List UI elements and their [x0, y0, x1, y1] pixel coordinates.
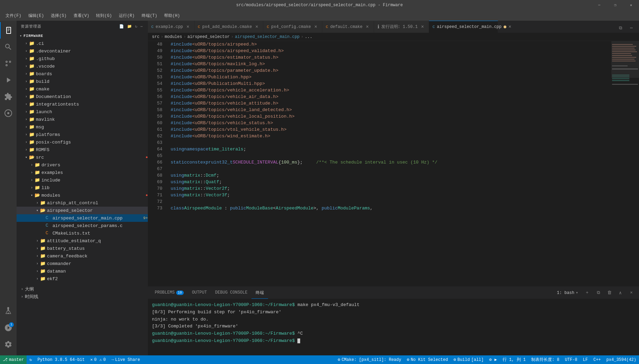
menu-view[interactable]: 查看(V) — [71, 11, 92, 20]
sidebar-item-modules[interactable]: ▾ 📂 modules ● — [17, 191, 148, 199]
sidebar-item-airspeed-selector-params[interactable]: › C airspeed_selector_params.c — [17, 222, 148, 229]
status-no-kit[interactable]: ⚙ No Kit Selected — [404, 355, 451, 364]
sidebar-item-msg[interactable]: › 📁 msg — [17, 123, 148, 131]
sidebar-item-src[interactable]: ▾ 📂 src ● — [17, 154, 148, 161]
tab-close-button[interactable]: × — [420, 24, 425, 30]
tab-debug-console[interactable]: DEBUG CONSOLE — [211, 287, 252, 299]
more-actions-button[interactable]: ⋯ — [627, 23, 636, 33]
refresh-icon[interactable]: ↻ — [134, 23, 139, 29]
settings-icon[interactable]: ⚙ — [489, 357, 492, 362]
tab-px4-add-module[interactable]: C px4_add_module.cmake × — [194, 21, 264, 33]
sidebar-item-lib[interactable]: › 📁 lib — [17, 184, 148, 191]
breadcrumb-airspeed-selector[interactable]: airspeed_selector — [187, 35, 229, 39]
tab-close-button[interactable]: × — [254, 24, 259, 30]
status-branch[interactable]: ⎇ master — [0, 355, 27, 364]
sidebar-item-vscode[interactable]: › 📁 .vscode — [17, 62, 148, 70]
terminal-content[interactable]: guanbin@guanbin-Lenovo-Legion-Y7000P-106… — [148, 299, 639, 355]
status-language[interactable]: C++ — [591, 355, 604, 364]
split-editor-button[interactable]: ⧉ — [616, 23, 625, 33]
sidebar-item-platforms[interactable]: › 📁 platforms — [17, 131, 148, 138]
menu-terminal[interactable]: 终端(T) — [139, 11, 160, 20]
tab-px4-config-cmake[interactable]: C px4_config.cmake × — [263, 21, 322, 33]
sidebar-item-timeline[interactable]: › 时间线 — [17, 293, 148, 301]
status-build[interactable]: ⚙ Build [all] — [451, 355, 486, 364]
status-row-col[interactable]: 行 1, 列 1 — [500, 355, 528, 364]
tab-example-cpp[interactable]: C example.cpp × — [148, 21, 194, 33]
tab-airspeed-selector-main[interactable]: C airspeed_selector_main.cpp × — [429, 21, 498, 33]
status-liveshare[interactable]: → Live Share — [108, 355, 143, 364]
tab-release-notes[interactable]: ℹ 发行说明: 1.50.1 × — [374, 21, 429, 33]
tab-close-button[interactable]: × — [185, 24, 191, 30]
play-icon[interactable]: ▶ — [494, 357, 497, 362]
split-terminal-button[interactable]: ⧉ — [593, 288, 603, 298]
status-line-ending[interactable]: LF — [580, 355, 591, 364]
sidebar-item-cmake[interactable]: › 📁 cmake — [17, 85, 148, 93]
kill-terminal-button[interactable]: 🗑 — [604, 288, 614, 298]
sidebar-item-ci[interactable]: › 📁 .ci — [17, 40, 148, 47]
menu-file[interactable]: 文件(F) — [3, 11, 24, 20]
activity-source-control[interactable] — [0, 55, 17, 72]
sidebar-root-firmware[interactable]: ▾ FIRMWARE — [17, 32, 148, 40]
sidebar-item-romfs[interactable]: › 📁 ROMFS — [17, 146, 148, 154]
breadcrumb-file[interactable]: airspeed_selector_main.cpp — [235, 35, 299, 39]
tab-problems[interactable]: PROBLEMS 10 — [151, 287, 188, 299]
sidebar-item-launch[interactable]: › 📁 launch — [17, 108, 148, 116]
activity-accounts[interactable]: 1 — [0, 319, 17, 336]
status-encoding[interactable]: UTF-8 — [562, 355, 580, 364]
sidebar-item-integrationtests[interactable]: › 📁 integrationtests — [17, 100, 148, 108]
close-button[interactable]: ✕ — [623, 0, 639, 10]
sidebar-item-devcontainer[interactable]: › 📁 .devcontainer — [17, 47, 148, 55]
menu-run[interactable]: 运行(R) — [116, 11, 137, 20]
new-folder-icon[interactable]: 📁 — [126, 23, 133, 29]
sidebar-item-github[interactable]: › 📁 .github — [17, 55, 148, 62]
tab-default-cmake[interactable]: C default.cmake × — [322, 21, 374, 33]
activity-explorer[interactable] — [0, 22, 17, 39]
maximize-panel-button[interactable]: ∧ — [616, 288, 625, 298]
add-terminal-button[interactable]: + — [582, 288, 592, 298]
menu-select[interactable]: 选择(S) — [48, 11, 69, 20]
sidebar-item-mavlink[interactable]: › 📁 mavlink — [17, 116, 148, 123]
sidebar-item-include[interactable]: › 📁 include — [17, 176, 148, 184]
activity-settings[interactable] — [0, 336, 17, 353]
sidebar-item-ekf2[interactable]: › 📁 ekf2 — [17, 275, 148, 283]
sidebar-item-airspeed-selector-main[interactable]: › C airspeed_selector_main.cpp 9+ — [17, 214, 148, 222]
sidebar-item-cmakelists[interactable]: › C CMakeLists.txt — [17, 229, 148, 237]
collapse-icon[interactable]: ⋯ — [140, 23, 144, 29]
activity-test[interactable] — [0, 303, 17, 319]
close-panel-button[interactable]: × — [627, 288, 636, 298]
status-cmake[interactable]: ⚙ CMake: [px4_sitl]: Ready — [335, 355, 404, 364]
minimize-button[interactable]: ─ — [591, 0, 607, 10]
activity-run-debug[interactable] — [0, 72, 17, 88]
menu-help[interactable]: 帮助(H) — [161, 11, 183, 20]
sidebar-item-examples[interactable]: › 📁 examples — [17, 169, 148, 176]
menu-edit[interactable]: 编辑(E) — [26, 11, 47, 20]
sidebar-item-posix-configs[interactable]: › 📁 posix-configs — [17, 138, 148, 146]
breadcrumb-modules[interactable]: modules — [165, 35, 182, 39]
new-file-icon[interactable]: 📄 — [118, 23, 125, 29]
restore-button[interactable]: ❐ — [607, 0, 623, 10]
status-position[interactable]: px4_3594(42) — [604, 355, 639, 364]
tab-close-button[interactable]: × — [313, 24, 318, 30]
activity-extensions[interactable] — [0, 88, 17, 105]
sidebar-item-drivers[interactable]: › 📁 drivers — [17, 161, 148, 169]
tab-close-button[interactable]: × — [365, 24, 370, 30]
sidebar-item-outline[interactable]: › 大纲 — [17, 285, 148, 293]
sidebar-item-airship-att-control[interactable]: › 📁 airship_att_control — [17, 199, 148, 207]
activity-search[interactable] — [0, 39, 17, 55]
status-python[interactable]: Python 3.8.5 64-bit — [35, 355, 87, 364]
menu-goto[interactable]: 转到(G) — [93, 11, 115, 20]
code-content[interactable]: #include <uORB/topics/airspeed.h> #inclu… — [165, 41, 611, 286]
status-sync[interactable]: ↻ — [27, 355, 35, 364]
activity-remote[interactable] — [0, 105, 17, 121]
breadcrumb-more[interactable]: ... — [305, 35, 313, 39]
sidebar-item-boards[interactable]: › 📁 boards — [17, 70, 148, 78]
sidebar-item-commander[interactable]: › 📁 commander — [17, 260, 148, 267]
sidebar-item-dataman[interactable]: › 📁 dataman — [17, 267, 148, 275]
tab-output[interactable]: OUTPUT — [188, 287, 211, 299]
status-spaces[interactable]: 制表符长度: 8 — [528, 355, 562, 364]
tab-close-button[interactable]: × — [508, 24, 511, 30]
sidebar-item-battery-status[interactable]: › 📁 battery_status — [17, 245, 148, 252]
sidebar-item-documentation[interactable]: › 📁 Documentation — [17, 93, 148, 100]
sidebar-item-attitude-estimator-q[interactable]: › 📁 attitude_estimator_q — [17, 237, 148, 245]
breadcrumb-src[interactable]: src — [152, 35, 160, 39]
